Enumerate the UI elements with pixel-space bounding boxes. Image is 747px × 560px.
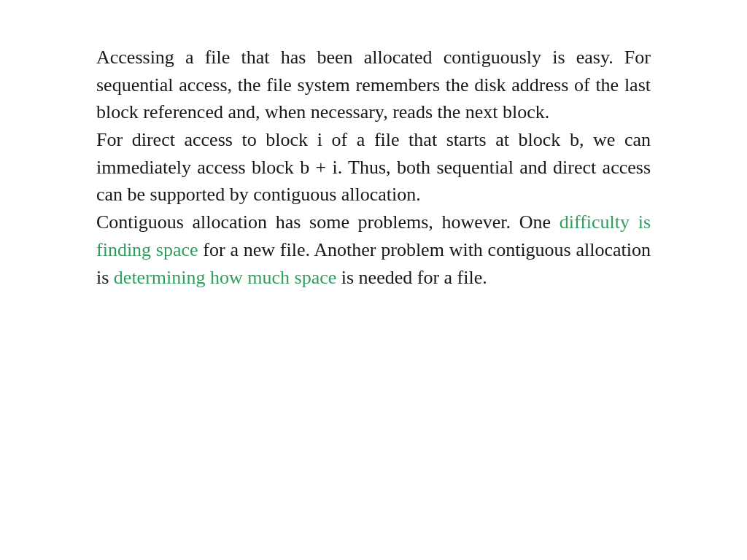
main-content: Accessing a file that has been allocated… bbox=[45, 0, 702, 320]
highlight-determining-how-much-space: determining how much space bbox=[114, 267, 336, 288]
paragraph-3-text-1: Contiguous allocation has some problems,… bbox=[96, 211, 560, 233]
paragraph-2-text: For direct access to block i of a file t… bbox=[96, 129, 651, 205]
paragraph-1-text: Accessing a file that has been allocated… bbox=[96, 47, 651, 122]
paragraph-3-text-3: is needed for a file. bbox=[336, 267, 487, 288]
paragraph-2: For direct access to block i of a file t… bbox=[96, 126, 651, 209]
paragraph-3: Contiguous allocation has some problems,… bbox=[96, 209, 651, 291]
paragraph-1: Accessing a file that has been allocated… bbox=[96, 44, 651, 126]
